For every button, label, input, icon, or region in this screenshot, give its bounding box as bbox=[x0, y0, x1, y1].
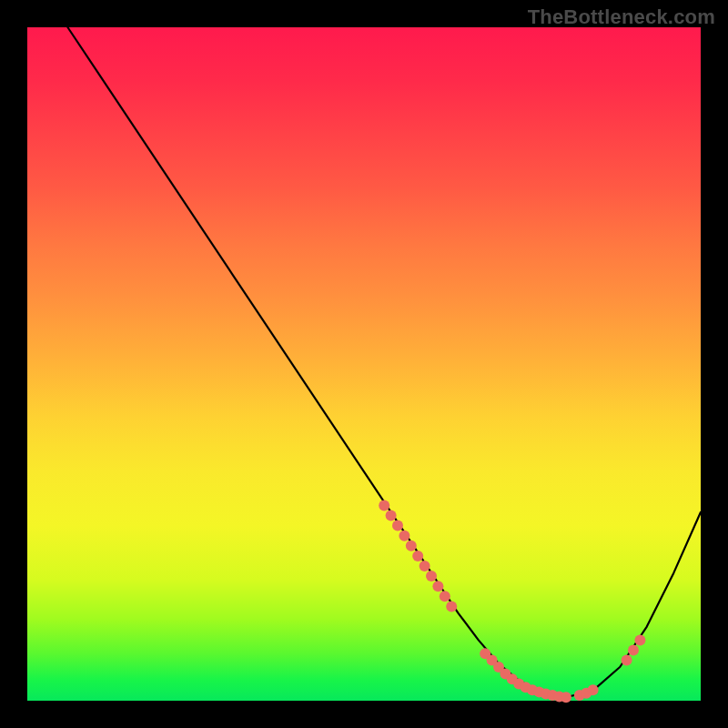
watermark-text: TheBottleneck.com bbox=[528, 5, 715, 29]
data-point bbox=[446, 601, 457, 612]
data-point bbox=[406, 541, 417, 551]
data-point bbox=[634, 634, 645, 645]
data-point bbox=[392, 521, 403, 531]
plot-svg bbox=[27, 27, 701, 701]
data-point bbox=[379, 500, 389, 511]
chart-frame: TheBottleneck.com bbox=[0, 0, 728, 728]
data-points bbox=[379, 500, 645, 703]
data-point bbox=[399, 531, 410, 541]
data-point bbox=[412, 551, 423, 561]
data-point bbox=[588, 684, 599, 695]
data-point bbox=[420, 561, 430, 571]
data-point bbox=[426, 571, 437, 581]
bottleneck-curve bbox=[67, 27, 701, 697]
data-point bbox=[386, 511, 397, 521]
plot-area bbox=[27, 27, 701, 701]
data-point bbox=[561, 692, 571, 703]
data-point bbox=[440, 591, 450, 602]
data-point bbox=[622, 655, 632, 666]
data-point bbox=[432, 581, 443, 592]
data-point bbox=[628, 645, 639, 656]
